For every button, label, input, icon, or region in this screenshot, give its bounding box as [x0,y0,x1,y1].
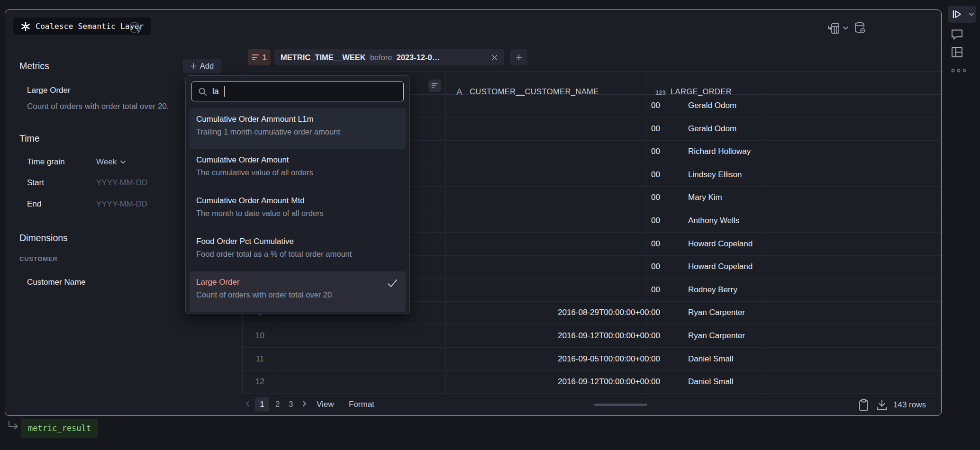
option-title: Cumulative Order Ammount L1m [196,115,399,124]
snowflake-icon [20,21,31,32]
cell-large-order: 1 [716,186,980,209]
add-filter-button[interactable] [510,49,527,65]
view-button[interactable]: View [317,400,334,409]
filter-count: 1 [262,53,266,62]
option-food-order-pct-cumulative[interactable]: Food Order Pct Cumulative Food order tot… [190,231,406,271]
table-row: 12 2016-09-12T00:00:00+00:00 Daniel Smal… [242,370,941,394]
option-large-order-selected[interactable]: Large Order Count of orders with order t… [190,271,406,312]
option-title: Cumulative Order Amount [196,155,399,165]
option-cumulative-order-amount[interactable]: Cumulative Order Amount The cumulative v… [190,149,406,190]
metric-search-input[interactable]: la [191,81,404,101]
output-corner-arrow-icon [7,420,20,432]
end-date-input[interactable]: YYYY-MM-DD [96,199,147,209]
cell-large-order: 2 [716,255,980,278]
end-label: End [27,199,41,209]
column-filter-button[interactable] [428,80,441,92]
filter-chip[interactable]: METRIC_TIME__WEEK before 2023-12-0… [274,49,504,65]
row-number: 11 [242,348,278,370]
comments-icon[interactable] [951,28,963,40]
dimension-group-label: CUSTOMER [19,255,58,262]
cell-large-order: 1 [716,94,980,117]
time-grain-select[interactable]: Week [96,157,126,167]
option-title: Food Order Pct Cumulative [196,237,399,246]
cell-large-order: 1 [716,324,980,347]
source-connection-label: Coalesce Semantic Layer [36,22,144,31]
format-button[interactable]: Format [349,400,374,409]
cell-large-order: 1 [716,209,980,232]
option-description: The month to date value of all orders [196,209,399,218]
filter-value: 2023-12-0… [396,53,440,62]
header-divider [5,46,941,46]
page-2-button[interactable]: 2 [275,400,280,409]
database-preview-icon[interactable] [853,21,867,35]
horizontal-scrollbar[interactable] [594,404,647,406]
page-3-button[interactable]: 3 [289,400,293,409]
cell-large-order: 1 [716,140,980,163]
option-description: Count of orders with order total over 20… [196,290,399,299]
cell-large-order: 3 [716,279,980,301]
output-menu-chevron-icon[interactable] [842,25,849,31]
dimension-indent-guide [21,274,21,294]
dimension-item-customer-name[interactable]: Customer Name [27,278,86,287]
run-cell-button[interactable] [948,9,966,19]
filter-icon [431,83,438,89]
table-row: 10 2016-09-12T00:00:00+00:00 Ryan Carpen… [242,324,941,348]
download-icon[interactable] [876,399,888,412]
metrics-heading: Metrics [19,61,49,72]
cell-metric-time: 2016-09-12T00:00:00+00:00 [278,324,660,347]
page-1-button[interactable]: 1 [255,397,269,412]
run-cell-group [948,6,976,23]
metrics-indent-guide [21,82,21,113]
chevron-down-icon [120,160,126,164]
option-description: Trailing 1 month cumulative order amount [196,127,399,136]
cell-large-order: 1 [716,348,980,370]
time-grain-value: Week [96,157,117,167]
add-button-label: Add [200,62,214,71]
filter-count-chip[interactable]: 1 [248,49,271,65]
row-number: 10 [242,324,278,347]
prev-page-icon[interactable] [245,400,251,410]
metric-picker-dropdown: la Cumulative Order Ammount L1m Trailing… [185,75,410,314]
table-top-border [242,72,941,72]
cell-large-order: 1 [716,117,980,140]
page: Coalesce Semantic Layer [0,0,980,450]
time-grain-label: Time grain [27,157,65,167]
database-lightning-icon[interactable] [129,21,143,35]
checkmark-icon [387,279,398,288]
option-title: Cumulative Order Amount Mtd [196,196,399,206]
option-description: The cumulative value of all orders [196,168,399,177]
cell-large-order: 1 [716,233,980,255]
metric-cell: Coalesce Semantic Layer [5,9,942,416]
layout-split-icon[interactable] [951,46,963,58]
filter-field: METRIC_TIME__WEEK [281,53,366,62]
option-cumulative-order-ammount-l1m[interactable]: Cumulative Order Ammount L1m Trailing 1 … [190,108,406,149]
table-row: 11 2016-09-05T00:00:00+00:00 Daniel Smal… [242,348,941,371]
output-variable-name: metric_result [28,423,91,433]
output-variable-pill[interactable]: metric_result [21,419,98,438]
sidebar-metric-description: Count of orders with order total over 20… [27,102,169,111]
metric-options-list: Cumulative Order Ammount L1m Trailing 1 … [190,108,406,312]
add-metric-button[interactable]: Add [183,59,221,73]
time-heading: Time [19,133,40,144]
run-options-chevron-icon[interactable] [966,12,976,17]
insert-output-table-icon[interactable] [827,22,840,35]
search-icon [198,87,207,96]
option-cumulative-order-amount-mtd[interactable]: Cumulative Order Amount Mtd The month to… [190,190,406,231]
sidebar-metric-name[interactable]: Large Order [27,86,71,95]
row-count: 143 rows [893,400,926,410]
cell-metric-time: 2016-09-12T00:00:00+00:00 [278,370,660,393]
start-date-input[interactable]: YYYY-MM-DD [96,178,147,188]
row-number: 12 [242,370,278,393]
option-title: Large Order [196,278,399,287]
plus-icon [516,54,522,61]
copy-clipboard-icon[interactable] [858,399,869,412]
search-query: la [212,87,219,97]
filter-remove-icon[interactable] [491,54,498,61]
cell-metric-time: 2016-09-05T00:00:00+00:00 [278,348,660,370]
dimensions-heading: Dimensions [19,233,68,243]
time-indent-guide [21,153,21,213]
next-page-icon[interactable] [301,400,308,410]
filter-icon [252,54,259,61]
option-description: Food order total as a % of total order a… [196,250,399,259]
more-options-icon[interactable] [951,68,968,73]
